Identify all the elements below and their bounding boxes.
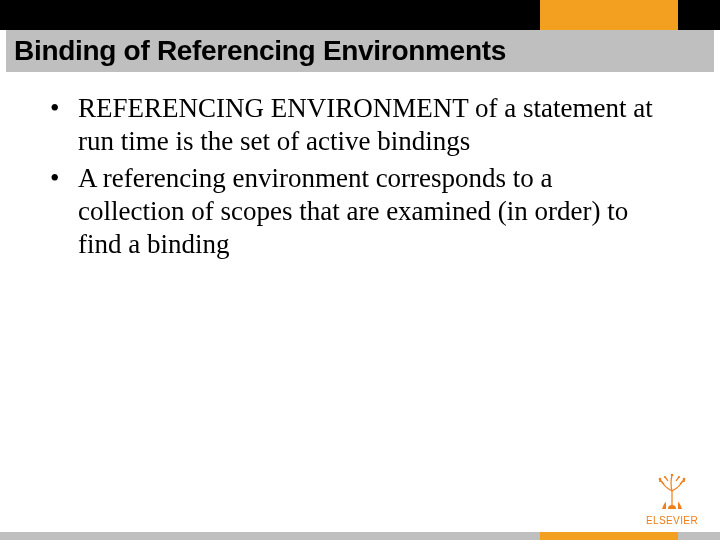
svg-point-2 (671, 474, 674, 477)
content-area: REFERENCING ENVIRONMENT of a statement a… (42, 92, 662, 265)
bullet-item: A referencing environment corresponds to… (42, 162, 662, 261)
title-bar: Binding of Referencing Environments (6, 30, 714, 72)
header-bar-orange (540, 0, 678, 30)
svg-point-6 (683, 480, 685, 482)
svg-point-3 (664, 476, 666, 478)
slide: Binding of Referencing Environments REFE… (0, 0, 720, 540)
publisher-name: ELSEVIER (638, 515, 706, 526)
slide-title: Binding of Referencing Environments (6, 35, 506, 67)
svg-point-4 (678, 476, 680, 478)
footer-bar-orange (540, 532, 678, 540)
svg-point-5 (659, 480, 661, 482)
bullet-item: REFERENCING ENVIRONMENT of a statement a… (42, 92, 662, 158)
publisher-logo: ELSEVIER (638, 469, 706, 526)
elsevier-tree-icon (650, 469, 694, 513)
bullet-list: REFERENCING ENVIRONMENT of a statement a… (42, 92, 662, 261)
